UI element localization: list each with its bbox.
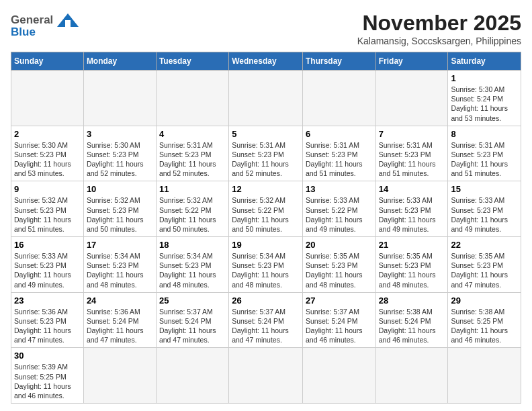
logo: General Blue [11,11,80,39]
calendar-cell: 1Sunrise: 5:30 AM Sunset: 5:24 PM Daylig… [448,71,521,126]
day-number: 10 [87,184,153,194]
day-info: Sunrise: 5:31 AM Sunset: 5:23 PM Dayligh… [159,140,226,179]
day-info: Sunrise: 5:39 AM Sunset: 5:25 PM Dayligh… [14,362,81,400]
calendar-cell: 11Sunrise: 5:32 AM Sunset: 5:22 PM Dayli… [156,181,228,237]
day-info: Sunrise: 5:31 AM Sunset: 5:23 PM Dayligh… [232,140,300,179]
day-info: Sunrise: 5:33 AM Sunset: 5:22 PM Dayligh… [306,195,373,234]
calendar-table: SundayMondayTuesdayWednesdayThursdayFrid… [11,52,521,404]
day-number: 16 [14,240,81,250]
day-number: 14 [379,184,445,194]
calendar-cell [448,348,521,404]
calendar-cell [375,348,448,404]
calendar-cell: 6Sunrise: 5:31 AM Sunset: 5:23 PM Daylig… [302,126,375,181]
day-number: 22 [451,240,518,250]
day-number: 15 [451,184,518,194]
calendar-cell [156,71,228,126]
calendar-cell: 26Sunrise: 5:37 AM Sunset: 5:24 PM Dayli… [229,292,303,348]
day-number: 19 [232,240,300,250]
day-info: Sunrise: 5:30 AM Sunset: 5:23 PM Dayligh… [14,140,81,179]
calendar-cell: 10Sunrise: 5:32 AM Sunset: 5:23 PM Dayli… [83,181,156,237]
day-info: Sunrise: 5:33 AM Sunset: 5:23 PM Dayligh… [14,251,81,289]
calendar-week-row: 9Sunrise: 5:32 AM Sunset: 5:23 PM Daylig… [11,181,521,237]
weekday-header-row: SundayMondayTuesdayWednesdayThursdayFrid… [11,52,521,71]
day-number: 3 [87,129,153,139]
weekday-header-saturday: Saturday [448,52,521,71]
day-info: Sunrise: 5:32 AM Sunset: 5:23 PM Dayligh… [14,195,81,234]
day-info: Sunrise: 5:31 AM Sunset: 5:23 PM Dayligh… [306,140,373,179]
calendar-cell: 22Sunrise: 5:35 AM Sunset: 5:23 PM Dayli… [448,237,521,293]
day-info: Sunrise: 5:32 AM Sunset: 5:22 PM Dayligh… [232,195,300,234]
day-number: 23 [14,295,81,306]
day-number: 11 [159,184,226,194]
calendar-cell: 29Sunrise: 5:38 AM Sunset: 5:25 PM Dayli… [448,292,521,348]
weekday-header-sunday: Sunday [11,52,84,71]
day-number: 18 [159,240,226,250]
calendar-cell: 4Sunrise: 5:31 AM Sunset: 5:23 PM Daylig… [156,126,228,181]
logo-blue-icon [56,11,80,30]
day-number: 28 [379,295,445,306]
day-info: Sunrise: 5:31 AM Sunset: 5:23 PM Dayligh… [379,140,445,179]
day-info: Sunrise: 5:34 AM Sunset: 5:23 PM Dayligh… [159,251,226,289]
calendar-cell: 7Sunrise: 5:31 AM Sunset: 5:23 PM Daylig… [375,126,448,181]
day-info: Sunrise: 5:30 AM Sunset: 5:23 PM Dayligh… [87,140,153,179]
calendar-cell: 8Sunrise: 5:31 AM Sunset: 5:23 PM Daylig… [448,126,521,181]
calendar-cell: 30Sunrise: 5:39 AM Sunset: 5:25 PM Dayli… [11,348,84,404]
calendar-cell: 17Sunrise: 5:34 AM Sunset: 5:23 PM Dayli… [83,237,156,293]
day-info: Sunrise: 5:32 AM Sunset: 5:23 PM Dayligh… [87,195,153,234]
calendar-cell: 12Sunrise: 5:32 AM Sunset: 5:22 PM Dayli… [229,181,303,237]
calendar-cell: 13Sunrise: 5:33 AM Sunset: 5:22 PM Dayli… [302,181,375,237]
day-number: 2 [14,129,81,139]
calendar-cell: 5Sunrise: 5:31 AM Sunset: 5:23 PM Daylig… [229,126,303,181]
calendar-week-row: 2Sunrise: 5:30 AM Sunset: 5:23 PM Daylig… [11,126,521,181]
day-number: 27 [306,295,373,306]
calendar-cell [375,71,448,126]
page-header: General Blue November 2025 Kalamansig, S… [11,11,521,46]
calendar-week-row: 23Sunrise: 5:36 AM Sunset: 5:23 PM Dayli… [11,292,521,348]
day-number: 8 [451,129,518,139]
day-info: Sunrise: 5:38 AM Sunset: 5:25 PM Dayligh… [451,307,518,345]
day-number: 24 [87,295,153,306]
day-info: Sunrise: 5:37 AM Sunset: 5:24 PM Dayligh… [159,307,226,345]
day-info: Sunrise: 5:37 AM Sunset: 5:24 PM Dayligh… [232,307,300,345]
day-number: 5 [232,129,300,139]
calendar-cell: 9Sunrise: 5:32 AM Sunset: 5:23 PM Daylig… [11,181,84,237]
day-number: 20 [306,240,373,250]
calendar-cell: 19Sunrise: 5:34 AM Sunset: 5:23 PM Dayli… [229,237,303,293]
weekday-header-thursday: Thursday [302,52,375,71]
day-info: Sunrise: 5:31 AM Sunset: 5:23 PM Dayligh… [451,140,518,179]
calendar-cell: 16Sunrise: 5:33 AM Sunset: 5:23 PM Dayli… [11,237,84,293]
day-info: Sunrise: 5:38 AM Sunset: 5:24 PM Dayligh… [379,307,445,345]
calendar-cell: 23Sunrise: 5:36 AM Sunset: 5:23 PM Dayli… [11,292,84,348]
day-info: Sunrise: 5:35 AM Sunset: 5:23 PM Dayligh… [451,251,518,289]
calendar-cell: 27Sunrise: 5:37 AM Sunset: 5:24 PM Dayli… [302,292,375,348]
weekday-header-monday: Monday [83,52,156,71]
calendar-cell: 25Sunrise: 5:37 AM Sunset: 5:24 PM Dayli… [156,292,228,348]
day-number: 7 [379,129,445,139]
calendar-cell [302,348,375,404]
day-number: 12 [232,184,300,194]
day-info: Sunrise: 5:33 AM Sunset: 5:23 PM Dayligh… [451,195,518,234]
calendar-cell: 20Sunrise: 5:35 AM Sunset: 5:23 PM Dayli… [302,237,375,293]
day-number: 21 [379,240,445,250]
svg-rect-1 [65,20,71,27]
calendar-cell [302,71,375,126]
day-info: Sunrise: 5:36 AM Sunset: 5:23 PM Dayligh… [14,307,81,345]
calendar-cell [83,71,156,126]
day-number: 6 [306,129,373,139]
calendar-cell [11,71,84,126]
day-info: Sunrise: 5:32 AM Sunset: 5:22 PM Dayligh… [159,195,226,234]
calendar-cell: 28Sunrise: 5:38 AM Sunset: 5:24 PM Dayli… [375,292,448,348]
calendar-cell: 21Sunrise: 5:35 AM Sunset: 5:23 PM Dayli… [375,237,448,293]
logo-general-text: General [11,13,53,27]
day-number: 30 [14,351,81,361]
day-info: Sunrise: 5:36 AM Sunset: 5:24 PM Dayligh… [87,307,153,345]
day-number: 17 [87,240,153,250]
calendar-cell: 18Sunrise: 5:34 AM Sunset: 5:23 PM Dayli… [156,237,228,293]
day-info: Sunrise: 5:37 AM Sunset: 5:24 PM Dayligh… [306,307,373,345]
weekday-header-friday: Friday [375,52,448,71]
location-subtitle: Kalamansig, Soccsksargen, Philippines [357,36,521,46]
calendar-week-row: 16Sunrise: 5:33 AM Sunset: 5:23 PM Dayli… [11,237,521,293]
calendar-week-row: 1Sunrise: 5:30 AM Sunset: 5:24 PM Daylig… [11,71,521,126]
day-number: 29 [451,295,518,306]
calendar-cell [156,348,228,404]
